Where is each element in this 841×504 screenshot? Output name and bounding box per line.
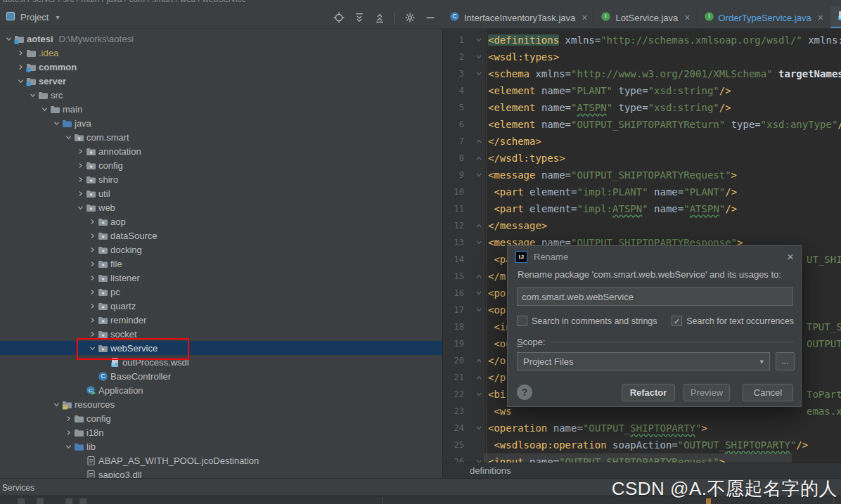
- code-line-2[interactable]: <wsdl:types>: [488, 49, 559, 65]
- tree-item-src[interactable]: src: [0, 88, 443, 102]
- chevron-down-icon[interactable]: [63, 442, 74, 451]
- tree-item-web[interactable]: web: [0, 200, 443, 214]
- fold-marker-up[interactable]: [475, 369, 483, 386]
- chevron-down-icon[interactable]: [51, 400, 62, 409]
- chevron-right-icon[interactable]: [63, 428, 74, 437]
- code-line-8[interactable]: </wsdl:types>: [488, 150, 565, 167]
- code-line-25[interactable]: <wsdlsoap:operation soapAction="OUTPUT_S…: [488, 437, 808, 453]
- fold-marker-down[interactable]: [475, 49, 483, 65]
- locate-icon[interactable]: [333, 12, 345, 23]
- dialog-title-bar[interactable]: IJ Rename ×: [508, 246, 801, 263]
- fold-marker-down[interactable]: [475, 167, 483, 183]
- fold-marker-up[interactable]: [475, 150, 483, 167]
- fold-marker-up[interactable]: [475, 268, 483, 285]
- chevron-right-icon[interactable]: [86, 287, 98, 297]
- help-button[interactable]: ?: [517, 385, 532, 400]
- fold-marker-down[interactable]: [475, 285, 483, 302]
- tree-item-pc[interactable]: pc: [0, 285, 443, 299]
- editor-tab-ordertypeservice-java[interactable]: IOrderTypeService.java×: [698, 6, 830, 29]
- chevron-right-icon[interactable]: [86, 245, 98, 254]
- chevron-right-icon[interactable]: [75, 147, 86, 156]
- chevron-right-icon[interactable]: [86, 259, 98, 269]
- tree-item-com-smart[interactable]: com.smart: [0, 130, 443, 144]
- preview-button[interactable]: Preview: [683, 384, 730, 401]
- breadcrumb-item-definitions[interactable]: definitions: [470, 465, 511, 476]
- chevron-right-icon[interactable]: [75, 175, 86, 184]
- chevron-right-icon[interactable]: [86, 217, 98, 226]
- code-line-22[interactable]: <bi: [488, 386, 506, 403]
- fold-marker-down[interactable]: [475, 453, 483, 463]
- code-line-24[interactable]: <operation name="OUTPUT_SHIPTOPARTY">: [488, 420, 707, 437]
- expand-all-icon[interactable]: [354, 12, 365, 23]
- tree-item-abap-as-with-pool-jcodestination[interactable]: ABAP_AS_WITH_POOL.jcoDestination: [0, 453, 443, 467]
- tree-item-quartz[interactable]: quartz: [0, 299, 443, 313]
- tree-item-outprocess-wsdl[interactable]: DLoutProcess.wsdl: [0, 355, 443, 369]
- tree-item-basecontroller[interactable]: CBaseController: [0, 369, 443, 383]
- code-line-4[interactable]: <element name="PLANT" type="xsd:string"/…: [488, 82, 731, 99]
- checkbox-unchecked-icon[interactable]: [517, 316, 527, 326]
- editor-tab-ou[interactable]: DLou: [830, 6, 841, 29]
- scope-more-button[interactable]: ...: [776, 352, 795, 370]
- rename-input[interactable]: [517, 287, 793, 306]
- scope-select[interactable]: Project Files ▾: [517, 352, 770, 370]
- chevron-right-icon[interactable]: [15, 63, 26, 72]
- chevron-right-icon[interactable]: [15, 49, 26, 58]
- tree-item-datasource[interactable]: dataSource: [0, 228, 443, 243]
- code-line-3[interactable]: <schema xmlns="http://www.w3.org/2001/XM…: [488, 65, 841, 82]
- code-line-1[interactable]: <definitions xmlns="http://schemas.xmlso…: [488, 32, 841, 49]
- code-line-15[interactable]: </m: [488, 268, 506, 285]
- tree-item-i18n[interactable]: i18n: [0, 425, 443, 439]
- chevron-down-icon[interactable]: [51, 119, 62, 128]
- tree-item-util[interactable]: util: [0, 186, 443, 200]
- chevron-right-icon[interactable]: [75, 161, 86, 170]
- code-line-10[interactable]: <part element="impl:PLANT" name="PLANT"/…: [488, 183, 737, 200]
- tree-item-common[interactable]: common: [0, 60, 443, 74]
- tree-item-config[interactable]: config: [0, 411, 443, 425]
- fold-marker-down[interactable]: [475, 65, 483, 82]
- tree-item-shiro[interactable]: shiro: [0, 172, 443, 186]
- chevron-down-icon[interactable]: [15, 77, 26, 86]
- fold-marker-down[interactable]: [475, 420, 483, 437]
- code-line-20[interactable]: </o: [488, 352, 506, 369]
- tree-item-aotesi[interactable]: aotesiD:\Myworks\aotesi: [0, 32, 443, 46]
- tree-item-sapjco3-dll[interactable]: sapjco3.dll: [0, 467, 443, 478]
- tree-item-annotation[interactable]: annotation: [0, 144, 443, 158]
- close-icon[interactable]: ×: [818, 12, 823, 23]
- fold-marker-down[interactable]: [475, 302, 483, 318]
- tree-item-main[interactable]: main: [0, 102, 443, 116]
- code-line-12[interactable]: </message>: [488, 217, 547, 234]
- chevron-down-icon[interactable]: [63, 133, 74, 142]
- checkbox-search-comments[interactable]: Search in comments and strings: [517, 316, 657, 326]
- tree-item-lib[interactable]: lib: [0, 439, 443, 453]
- chevron-down-icon[interactable]: [39, 105, 50, 114]
- tree-item-file[interactable]: file: [0, 257, 443, 271]
- code-line-26[interactable]: <input name="OUTPUT_SHIPTOPARTYRequest">: [488, 453, 725, 463]
- code-line-16[interactable]: <po: [488, 285, 506, 302]
- tree-item-webservice[interactable]: webService: [0, 341, 443, 355]
- fold-marker-up[interactable]: [475, 352, 483, 369]
- tree-item-socket[interactable]: socket: [0, 327, 443, 341]
- fold-marker-up[interactable]: [475, 133, 483, 150]
- collapse-all-icon[interactable]: [374, 12, 385, 23]
- tree-item-docking[interactable]: docking: [0, 243, 443, 257]
- chevron-right-icon[interactable]: [86, 231, 98, 240]
- editor-tab-interfaceinventorytask-java[interactable]: CInterfaceInventoryTask.java×: [443, 6, 594, 29]
- chevron-down-icon[interactable]: [75, 203, 86, 212]
- code-line-5[interactable]: <element name="ATSPN" type="xsd:string"/…: [488, 99, 731, 116]
- tree-item-application[interactable]: CApplication: [0, 383, 443, 397]
- tree-item--idea[interactable]: .idea: [0, 46, 443, 60]
- close-icon[interactable]: ×: [684, 12, 690, 23]
- code-line-6[interactable]: <element name="OUTPUT_SHIPTOPARTYReturn"…: [488, 116, 841, 133]
- chevron-right-icon[interactable]: [86, 273, 98, 283]
- checkbox-checked-icon[interactable]: ✓: [672, 316, 682, 326]
- fold-marker-down[interactable]: [475, 234, 483, 251]
- fold-marker-down[interactable]: [475, 386, 483, 403]
- chevron-right-icon[interactable]: [86, 330, 98, 339]
- refactor-button[interactable]: Refactor: [622, 384, 675, 401]
- editor-tab-lotservice-java[interactable]: ILotService.java×: [594, 6, 697, 29]
- tree-item-aop[interactable]: aop: [0, 214, 443, 228]
- close-icon[interactable]: ×: [787, 252, 794, 262]
- chevron-right-icon[interactable]: [86, 302, 98, 311]
- cancel-button[interactable]: Cancel: [743, 384, 793, 401]
- minus-icon[interactable]: [425, 12, 436, 23]
